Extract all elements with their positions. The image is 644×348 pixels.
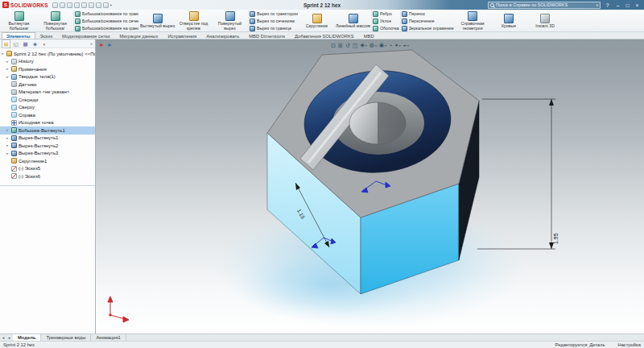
ribbon-button[interactable]: Ребро	[373, 10, 399, 17]
heads-up-icon[interactable]	[394, 41, 400, 49]
window-control-button[interactable]: □	[624, 2, 631, 8]
command-tab[interactable]: Эскиз	[35, 32, 58, 39]
command-tab[interactable]: Добавления SOLIDWORKS	[290, 32, 359, 39]
quick-access-icon[interactable]	[89, 2, 94, 8]
help-search-box[interactable]: Поиск в Справке по SOLIDWORKS ▾	[488, 2, 601, 9]
window-control-button[interactable]: –	[614, 2, 621, 8]
tree-item[interactable]: (-) Эскиз6	[0, 172, 95, 180]
ribbon-button[interactable]: Пересечение	[402, 18, 454, 24]
quick-access-icon[interactable]	[96, 2, 101, 8]
panel-flyout-arrow-icon[interactable]: »	[90, 41, 93, 46]
expand-arrow-icon[interactable]	[2, 52, 6, 56]
ribbon-button[interactable]: Повернутый вырез	[212, 10, 248, 31]
tree-item[interactable]: Вырез-Вытянуть3	[0, 150, 95, 158]
tree-item[interactable]: Вырез-Вытянуть1	[0, 135, 95, 143]
ribbon-button[interactable]: Перенос	[402, 10, 454, 17]
ribbon-button[interactable]: Оболочка	[373, 25, 399, 31]
ribbon-button[interactable]: Вытянутая бобышка/основание	[1, 10, 37, 31]
heads-up-icon[interactable]	[353, 42, 358, 49]
document-tab[interactable]: Модель	[13, 334, 41, 341]
tree-item[interactable]: Справа	[0, 111, 95, 119]
ribbon-button[interactable]: Вырез по границе	[250, 25, 298, 31]
expand-arrow-icon[interactable]	[6, 128, 10, 132]
command-tab[interactable]: Исправления	[163, 32, 201, 39]
heads-up-icon[interactable]	[379, 41, 386, 49]
viewport-3d-canvas[interactable]: 1.95 1.15	[96, 39, 644, 334]
panel-tab-icon[interactable]	[41, 40, 48, 48]
ribbon-button[interactable]: Уклон	[373, 18, 399, 24]
ribbon-button[interactable]: Повернутая бобышка/основание	[37, 10, 73, 31]
status-customize[interactable]: Настройка	[617, 342, 641, 347]
expand-arrow-icon[interactable]	[6, 151, 10, 155]
ribbon-button-label: Бобышка/основание по сечениям	[82, 19, 138, 23]
ribbon-button[interactable]: Вытянутый вырез	[139, 13, 175, 29]
chevron-down-icon[interactable]: ▾	[110, 3, 112, 7]
heads-up-icon[interactable]	[331, 42, 336, 49]
document-tab[interactable]: Анимация1	[91, 334, 126, 341]
ribbon-button[interactable]: Бобышка/основание по сечениям	[75, 18, 138, 24]
ribbon-button[interactable]: Вырез по траектории	[250, 10, 298, 17]
tree-item[interactable]: Твердые тела(1)	[0, 73, 95, 81]
heads-up-icon[interactable]	[369, 41, 377, 49]
tree-item[interactable]: Скругление1	[0, 157, 95, 165]
heads-up-icon[interactable]	[360, 41, 366, 49]
command-tab[interactable]: Миграция данных	[114, 32, 163, 39]
ribbon-button[interactable]: Бобышка/основание на границе	[75, 25, 138, 31]
expand-arrow-icon[interactable]	[6, 60, 10, 64]
ribbon-button[interactable]: Справочная геометрия	[455, 10, 491, 31]
view-arrow-icon[interactable]	[107, 41, 113, 48]
command-tab[interactable]: MBD Dimensions	[244, 32, 290, 39]
expand-arrow-icon[interactable]	[6, 67, 10, 71]
quick-access-icon[interactable]	[103, 2, 109, 8]
tree-item[interactable]: Датчики	[0, 81, 95, 89]
command-tab[interactable]: MBD	[359, 32, 379, 39]
tree-item[interactable]: Бобышка-Вытянуть1	[0, 126, 95, 135]
ribbon-icon	[250, 19, 255, 24]
tree-item[interactable]: Материал <не указан>	[0, 89, 95, 97]
heads-up-icon[interactable]	[403, 41, 409, 49]
quick-access-icon[interactable]	[52, 2, 58, 8]
quick-access-icon[interactable]	[60, 2, 65, 8]
expand-arrow-icon[interactable]	[6, 136, 10, 140]
tab-scroll-right-icon[interactable]: ▸	[6, 335, 13, 340]
document-tab[interactable]: Трехмерные виды	[41, 334, 91, 341]
expand-arrow-icon[interactable]	[6, 143, 10, 147]
panel-tab-icon[interactable]	[22, 40, 29, 48]
window-control-button[interactable]: ×	[634, 2, 641, 8]
tree-item[interactable]: Исходная точка	[0, 119, 95, 127]
ribbon-button[interactable]: Линейный массив	[335, 13, 371, 29]
ribbon-button[interactable]: Бобышка/основание по траектории	[75, 10, 138, 17]
ribbon-button[interactable]: Зеркальное отражение	[402, 25, 454, 31]
tree-item[interactable]: Примечания	[0, 65, 95, 73]
quick-access-icon[interactable]	[81, 2, 87, 8]
quick-access-icon[interactable]	[67, 2, 72, 8]
expand-arrow-icon[interactable]	[6, 75, 10, 79]
ribbon-button[interactable]: Кривые	[491, 13, 527, 29]
heads-up-icon[interactable]	[389, 42, 392, 49]
tree-item[interactable]: Сверху	[0, 104, 95, 112]
tree-item[interactable]: Вырез-Вытянуть2	[0, 142, 95, 150]
panel-tab-icon[interactable]	[2, 40, 10, 48]
panel-tab-icon[interactable]	[12, 40, 19, 48]
tab-scroll-left-icon[interactable]: ◂	[0, 335, 6, 340]
command-tab[interactable]: Моделирование сетки	[57, 32, 114, 39]
ribbon-button[interactable]: Instant 3D	[527, 13, 564, 29]
command-tab[interactable]: Элементы	[2, 32, 35, 39]
heads-up-icon[interactable]	[345, 42, 350, 49]
dimension-height-text[interactable]: 1.95	[553, 233, 559, 244]
quick-access-icon[interactable]	[74, 2, 80, 8]
tree-item[interactable]: Спереди	[0, 96, 95, 104]
panel-tab-icon[interactable]	[31, 40, 39, 48]
tree-item[interactable]: (-) Эскиз5	[0, 165, 95, 173]
heads-up-icon[interactable]	[338, 42, 343, 49]
ribbon-button[interactable]: Вырез по сечениям	[250, 18, 298, 24]
ribbon-button[interactable]: Отверстие под крепеж	[175, 10, 212, 31]
ribbon-button[interactable]: Скругление	[299, 13, 335, 29]
tree-item[interactable]: History	[0, 58, 95, 66]
panel-splitter[interactable]	[0, 185, 95, 186]
help-button[interactable]: ?	[604, 2, 611, 8]
search-dropdown-icon[interactable]: ▾	[597, 3, 598, 7]
command-tab[interactable]: Анализировать	[201, 32, 244, 39]
view-arrow-icon[interactable]	[99, 41, 105, 48]
tree-item[interactable]: Sprint 2 12 hex (По умолчанию) <<По...	[0, 50, 95, 58]
